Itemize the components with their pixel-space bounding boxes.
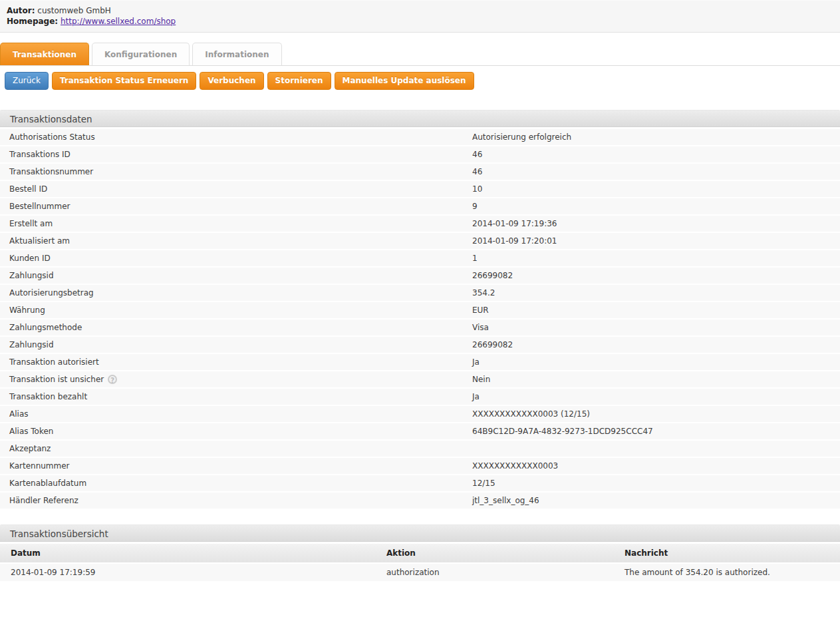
cancel-transaction-button[interactable]: Stornieren: [267, 72, 331, 90]
toolbar: ZurückTransaktion Status ErneuernVerbuch…: [0, 66, 840, 95]
row-value: Ja: [472, 357, 840, 367]
row-value: XXXXXXXXXXXX0003 (12/15): [472, 409, 840, 419]
tab-bar: TransaktionenKonfigurationenInformatione…: [0, 43, 840, 66]
table-row: Transaktions ID46: [0, 146, 840, 164]
row-label: Authorisations Status: [0, 132, 472, 142]
row-value: Autorisierung erfolgreich: [472, 132, 840, 142]
row-value: XXXXXXXXXXXX0003: [472, 461, 840, 471]
row-value: Visa: [472, 323, 840, 332]
row-label: Kunden ID: [0, 254, 472, 263]
row-label: Bestell ID: [0, 184, 472, 194]
tab-konfigurationen[interactable]: Konfigurationen: [92, 43, 190, 65]
table-row: Bestell ID10: [0, 181, 840, 198]
transaction-overview-section-header: Transaktionsübersicht: [0, 524, 840, 542]
plugin-info-panel: Autor: customweb GmbH Homepage: http://w…: [0, 0, 840, 33]
help-icon[interactable]: ?: [108, 375, 117, 384]
table-row: ZahlungsmethodeVisa: [0, 319, 840, 337]
tab-transaktionen[interactable]: Transaktionen: [0, 43, 89, 65]
overview-cell: The amount of 354.20 is authorized.: [625, 568, 840, 577]
row-label: Transaktion bezahlt: [0, 392, 472, 401]
table-row: KartennummerXXXXXXXXXXXX0003: [0, 458, 840, 475]
overview-column-header: Aktion: [386, 548, 625, 558]
author-line: Autor: customweb GmbH: [7, 5, 833, 16]
capture-button[interactable]: Verbuchen: [200, 72, 263, 90]
row-label: Kartenablaufdatum: [0, 479, 472, 488]
row-label: Transaktionsnummer: [0, 167, 472, 176]
transaction-data-table: Authorisations StatusAutorisierung erfol…: [0, 129, 840, 510]
row-label: Kartennummer: [0, 461, 472, 471]
row-value: 64B9C12D-9A7A-4832-9273-1DCD925CCC47: [472, 427, 840, 436]
table-row: Kartenablaufdatum12/15: [0, 475, 840, 493]
row-value: jtl_3_sellx_og_46: [472, 496, 840, 505]
row-label: Aktualisiert am: [0, 236, 472, 246]
row-label: Alias Token: [0, 427, 472, 436]
row-label: Zahlungsmethode: [0, 323, 472, 332]
table-row: Transaktion ist unsicher?Nein: [0, 371, 840, 389]
table-row: AliasXXXXXXXXXXXX0003 (12/15): [0, 406, 840, 423]
row-value: 1: [472, 254, 840, 263]
overview-column-header: Nachricht: [625, 548, 840, 558]
overview-cell: authorization: [386, 568, 625, 577]
row-value: 46: [472, 167, 840, 176]
row-value: EUR: [472, 306, 840, 315]
row-value: 26699082: [472, 340, 840, 349]
table-row: Händler Referenzjtl_3_sellx_og_46: [0, 493, 840, 510]
transaction-overview-table: DatumAktionNachricht2014-01-09 17:19:59a…: [0, 544, 840, 582]
row-value: 2014-01-09 17:19:36: [472, 219, 840, 228]
overview-cell: 2014-01-09 17:19:59: [0, 568, 386, 577]
table-row: Kunden ID1: [0, 250, 840, 268]
homepage-link[interactable]: http://www.sellxed.com/shop: [61, 17, 176, 26]
row-value: 10: [472, 184, 840, 194]
manual-update-button[interactable]: Manuelles Update auslösen: [335, 72, 474, 90]
row-value: 12/15: [472, 479, 840, 488]
row-value: 26699082: [472, 271, 840, 280]
homepage-label: Homepage:: [7, 17, 58, 26]
row-value: 46: [472, 150, 840, 159]
table-row: Transaktionsnummer46: [0, 164, 840, 181]
overview-row: 2014-01-09 17:19:59authorizationThe amou…: [0, 564, 840, 582]
homepage-line: Homepage: http://www.sellxed.com/shop: [7, 16, 833, 27]
table-row: Transaktion autorisiertJa: [0, 354, 840, 371]
row-label: Erstellt am: [0, 219, 472, 228]
row-label: Händler Referenz: [0, 496, 472, 505]
row-value: 2014-01-09 17:20:01: [472, 236, 840, 246]
row-label: Transaktions ID: [0, 150, 472, 159]
row-value: 354.2: [472, 288, 840, 298]
table-row: Zahlungsid26699082: [0, 337, 840, 354]
row-label: Währung: [0, 306, 472, 315]
transaction-data-section-header: Transaktionsdaten: [0, 110, 840, 127]
author-value: customweb GmbH: [37, 6, 110, 15]
table-row: Autorisierungsbetrag354.2: [0, 285, 840, 302]
back-button[interactable]: Zurück: [5, 72, 49, 90]
row-label: Alias: [0, 409, 472, 419]
row-label: Autorisierungsbetrag: [0, 288, 472, 298]
row-label: Bestellnummer: [0, 202, 472, 211]
row-label: Transaktion ist unsicher?: [0, 375, 472, 384]
table-row: Bestellnummer9: [0, 198, 840, 216]
table-row: Akzeptanz: [0, 441, 840, 458]
overview-header-row: DatumAktionNachricht: [0, 544, 840, 564]
author-label: Autor:: [7, 6, 35, 15]
row-label: Akzeptanz: [0, 444, 472, 453]
table-row: Aktualisiert am2014-01-09 17:20:01: [0, 233, 840, 250]
row-label: Transaktion autorisiert: [0, 357, 472, 367]
row-value: Nein: [472, 375, 840, 384]
row-value: Ja: [472, 392, 840, 401]
row-label: Zahlungsid: [0, 271, 472, 280]
table-row: Erstellt am2014-01-09 17:19:36: [0, 216, 840, 233]
overview-column-header: Datum: [0, 548, 386, 558]
table-row: WährungEUR: [0, 302, 840, 319]
row-value: 9: [472, 202, 840, 211]
tab-informationen[interactable]: Informationen: [192, 43, 281, 65]
table-row: Zahlungsid26699082: [0, 268, 840, 285]
row-label: Zahlungsid: [0, 340, 472, 349]
table-row: Alias Token64B9C12D-9A7A-4832-9273-1DCD9…: [0, 423, 840, 441]
refresh-transaction-status-button[interactable]: Transaktion Status Erneuern: [52, 72, 196, 90]
table-row: Transaktion bezahltJa: [0, 389, 840, 406]
table-row: Authorisations StatusAutorisierung erfol…: [0, 129, 840, 146]
